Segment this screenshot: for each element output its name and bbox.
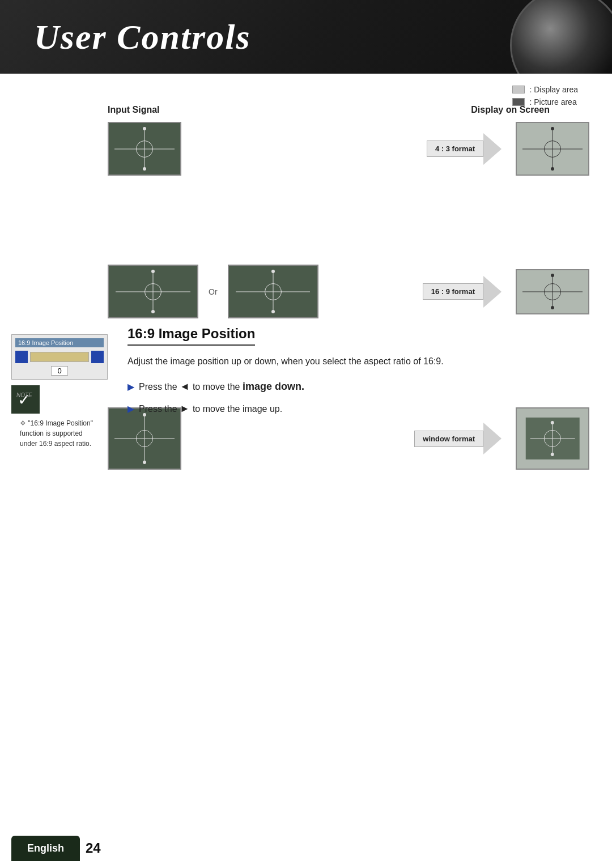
note-box: ✓ NOTE "16:9 Image Position" function is…	[11, 385, 99, 449]
tick-bottom-3	[143, 461, 146, 464]
input-screen-2a	[108, 265, 198, 318]
checkmark-icon: ✓ NOTE	[15, 389, 36, 410]
format-arrow-3: window format	[414, 423, 502, 454]
lens-circle	[510, 0, 612, 74]
arrow-3	[483, 423, 502, 454]
format-btn-2: 16 : 9 format	[423, 283, 483, 300]
footer: English 24	[0, 828, 612, 868]
display-screen-1	[516, 122, 589, 176]
bullet1-prefix: Press the	[139, 382, 177, 392]
bullet-item-1: ▶ Press the ◄ to move the image down.	[128, 379, 578, 394]
main-text-section: 16:9 Image Position Adjust the image pos…	[128, 326, 578, 423]
note-icon: ✓ NOTE	[11, 385, 40, 414]
diagram-row-2: Or 16 : 9 format	[108, 265, 589, 318]
tick-top-d1	[551, 127, 554, 130]
tick-bottom-1	[143, 167, 146, 171]
format-btn-3: window format	[414, 431, 483, 447]
tick-top-d2	[551, 274, 554, 277]
lens-decoration	[510, 0, 612, 74]
arrow-1	[483, 133, 502, 165]
display-on-screen-label: Display on Screen	[471, 105, 550, 115]
bullet2-suffix: to move the image up.	[193, 404, 282, 414]
tick-bottom-d2	[551, 306, 554, 309]
tick-bottom-2b	[271, 310, 275, 313]
tick-top-1	[143, 127, 146, 130]
format-arrow-2: 16 : 9 format	[423, 276, 502, 308]
crosshair-circle-3	[136, 430, 153, 447]
crosshair-circle-2a	[144, 283, 162, 300]
position-slider-widget: 16:9 Image Position 0	[11, 334, 108, 380]
page-title: User Controls	[34, 17, 251, 57]
section-title: 16:9 Image Position	[128, 326, 255, 346]
or-text: Or	[209, 287, 218, 296]
page-header: User Controls	[0, 0, 612, 74]
widget-title: 16:9 Image Position	[15, 338, 104, 347]
slider-left-btn[interactable]	[15, 351, 28, 363]
note-text: "16:9 Image Position" function is suppor…	[11, 418, 99, 449]
tick-top-2a	[151, 270, 155, 273]
input-screen-2b	[228, 265, 318, 318]
bullet1-symbol: ◄	[180, 381, 193, 392]
bullet2-symbol: ►	[180, 403, 193, 414]
display-screen-2	[516, 269, 589, 314]
crosshair-circle-2b	[265, 283, 282, 300]
inner-picture-3	[526, 418, 580, 459]
bullet-arrow-2: ▶	[128, 402, 134, 416]
slider-right-btn[interactable]	[91, 351, 104, 363]
bullet1-suffix: to move the	[193, 382, 240, 392]
crosshair-circle-1	[136, 141, 153, 158]
bullet-arrow-1: ▶	[128, 380, 134, 394]
bullet2-prefix: Press the	[139, 404, 177, 414]
legend: : Display area : Picture area	[512, 85, 578, 107]
legend-display-area: : Display area	[512, 85, 578, 94]
format-btn-1: 4 : 3 format	[427, 141, 483, 157]
sidebar-panel: 16:9 Image Position 0	[11, 334, 113, 380]
legend-display-label: : Display area	[529, 85, 578, 94]
section-description: Adjust the image position up or down, wh…	[128, 354, 578, 369]
footer-language: English	[11, 836, 80, 861]
crosshair-circle-d2	[544, 283, 561, 300]
tick-bottom-2a	[151, 310, 155, 313]
legend-display-box	[512, 86, 525, 93]
bullet2-text: Press the ► to move the image up.	[139, 401, 282, 416]
svg-text:NOTE: NOTE	[16, 392, 32, 398]
bullet1-text: Press the ◄ to move the image down.	[139, 379, 304, 394]
slider-track	[15, 351, 104, 363]
tick-top-2b	[271, 270, 275, 273]
crosshair-circle-d1	[544, 141, 561, 158]
footer-page-number: 24	[86, 840, 101, 856]
input-signal-label: Input Signal	[108, 105, 160, 115]
bullet-item-2: ▶ Press the ► to move the image up.	[128, 401, 578, 416]
diagram-labels: Input Signal Display on Screen	[108, 105, 589, 115]
crosshair-circle-d3	[544, 430, 561, 447]
bullet1-bold: image down.	[243, 381, 304, 392]
format-arrow-1: 4 : 3 format	[427, 133, 502, 165]
diagram-row-1: 4 : 3 format	[108, 122, 589, 176]
arrow-2	[483, 276, 502, 308]
input-screen-1	[108, 122, 181, 176]
slider-value: 0	[51, 366, 68, 376]
tick-bottom-d1	[551, 167, 554, 171]
tick-bottom-d3	[551, 453, 554, 456]
diagram-section: Input Signal Display on Screen 4 : 3 for…	[108, 105, 589, 337]
slider-bar[interactable]	[30, 352, 89, 362]
